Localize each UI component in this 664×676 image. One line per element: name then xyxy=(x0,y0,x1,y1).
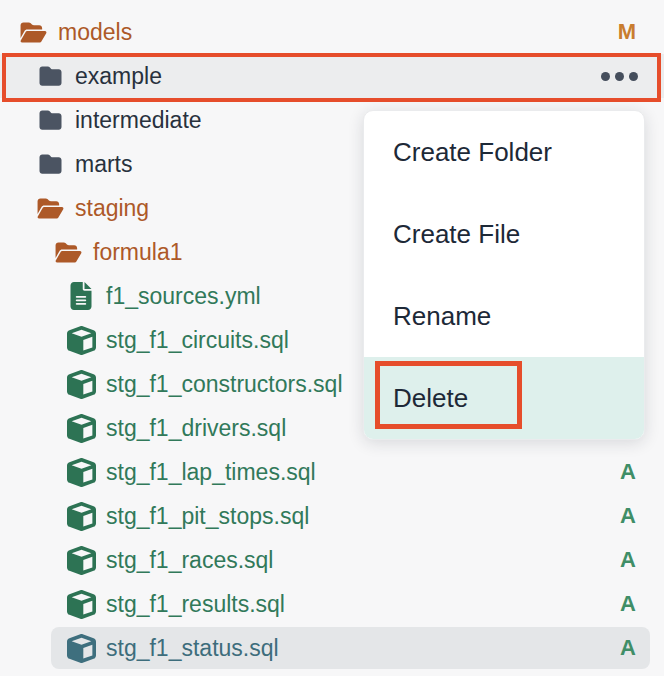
menu-item-label: Create Folder xyxy=(393,137,552,168)
tree-item-stg_f1_races.sql[interactable]: stg_f1_races.sql A xyxy=(0,538,664,582)
ellipsis-menu-icon[interactable] xyxy=(601,72,638,81)
tree-item-label: formula1 xyxy=(93,239,182,266)
folder-closed-icon xyxy=(35,109,65,131)
tree-item-label: intermediate xyxy=(75,107,202,134)
git-status-badge: A xyxy=(620,459,636,485)
model-cube-icon xyxy=(66,634,96,663)
tree-item-stg_f1_lap_times.sql[interactable]: stg_f1_lap_times.sql A xyxy=(0,450,664,494)
git-status-badge: A xyxy=(620,547,636,573)
tree-item-label: staging xyxy=(75,195,149,222)
menu-item-label: Create File xyxy=(393,219,520,250)
tree-item-label: stg_f1_races.sql xyxy=(106,547,273,574)
folder-open-icon xyxy=(35,197,65,220)
tree-item-label: models xyxy=(58,19,132,46)
model-cube-icon xyxy=(66,326,96,355)
tree-item-example[interactable]: example xyxy=(0,54,664,98)
model-cube-icon xyxy=(66,502,96,531)
menu-item-label: Rename xyxy=(393,301,491,332)
tree-item-stg_f1_status.sql[interactable]: stg_f1_status.sql A xyxy=(0,626,664,670)
tree-item-label: example xyxy=(75,63,162,90)
git-status-badge: A xyxy=(620,503,636,529)
tree-item-label: stg_f1_pit_stops.sql xyxy=(106,503,309,530)
tree-item-label: stg_f1_constructors.sql xyxy=(106,371,343,398)
folder-closed-icon xyxy=(35,153,65,175)
menu-item-rename[interactable]: Rename xyxy=(364,275,644,357)
git-status-badge: A xyxy=(620,591,636,617)
folder-closed-icon xyxy=(35,65,65,87)
tree-item-label: stg_f1_results.sql xyxy=(106,591,285,618)
menu-item-delete[interactable]: Delete xyxy=(364,357,644,439)
model-cube-icon xyxy=(66,414,96,443)
git-status-badge: M xyxy=(618,19,636,45)
menu-item-label: Delete xyxy=(393,383,468,414)
model-cube-icon xyxy=(66,458,96,487)
file-explorer-panel: { "colors": { "background": "#f7f7f8", "… xyxy=(0,0,664,676)
tree-item-label: stg_f1_drivers.sql xyxy=(106,415,286,442)
tree-item-label: stg_f1_status.sql xyxy=(106,635,279,662)
folder-open-icon xyxy=(18,21,48,44)
menu-item-create-file[interactable]: Create File xyxy=(364,193,644,275)
model-cube-icon xyxy=(66,590,96,619)
tree-item-models[interactable]: models M xyxy=(0,10,664,54)
tree-item-label: marts xyxy=(75,151,133,178)
model-cube-icon xyxy=(66,370,96,399)
menu-item-create-folder[interactable]: Create Folder xyxy=(364,111,644,193)
tree-item-stg_f1_pit_stops.sql[interactable]: stg_f1_pit_stops.sql A xyxy=(0,494,664,538)
yaml-file-icon xyxy=(66,282,96,310)
model-cube-icon xyxy=(66,546,96,575)
tree-item-label: stg_f1_circuits.sql xyxy=(106,327,289,354)
context-menu: Create Folder Create File Rename Delete xyxy=(363,110,645,440)
git-status-badge: A xyxy=(620,635,636,661)
tree-item-label: stg_f1_lap_times.sql xyxy=(106,459,316,486)
tree-item-label: f1_sources.yml xyxy=(106,283,261,310)
folder-open-icon xyxy=(53,241,83,264)
tree-item-stg_f1_results.sql[interactable]: stg_f1_results.sql A xyxy=(0,582,664,626)
